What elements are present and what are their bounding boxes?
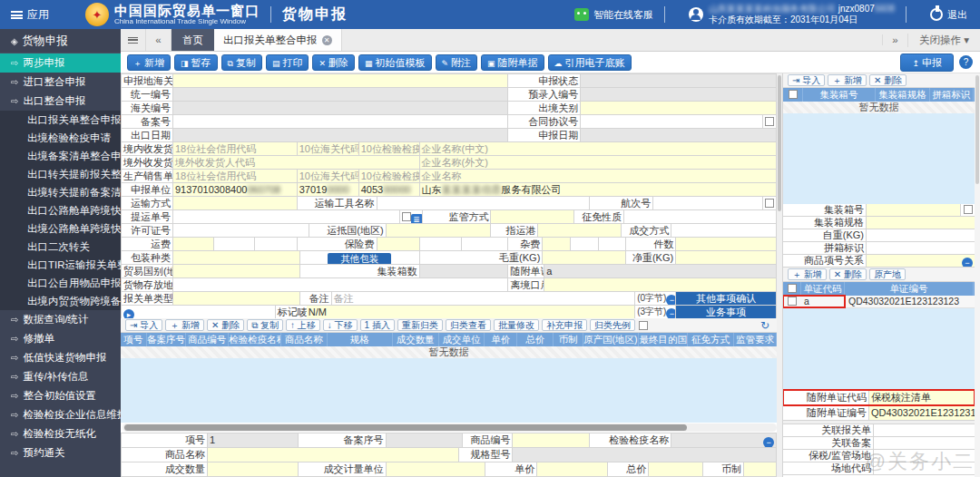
place-code-input[interactable] — [874, 462, 975, 474]
declare-button[interactable]: ↥申报 — [900, 54, 954, 72]
package-type-input[interactable] — [173, 251, 300, 265]
ciq-collapse-icon[interactable]: − — [763, 437, 774, 448]
app-menu[interactable]: 应用 — [27, 7, 49, 23]
total-price-input[interactable] — [649, 462, 703, 477]
transport-mode-input[interactable] — [173, 197, 298, 210]
related-record-input[interactable] — [874, 437, 975, 449]
declare-customs-input[interactable] — [173, 74, 508, 88]
hscroll-thumb[interactable] — [124, 424, 687, 431]
transaction-mode-input[interactable] — [671, 224, 777, 238]
item-relation-collapse-icon[interactable]: − — [962, 258, 973, 267]
vscroll-thumb[interactable] — [975, 75, 979, 184]
declare-unit-ciq-input[interactable]: 405300000 — [359, 183, 420, 197]
goods-move-down-button[interactable]: ↓ 下移 — [323, 319, 358, 331]
doc-no-cell[interactable]: QD43032021E123123123 — [845, 296, 959, 307]
logout-button[interactable]: 退出 — [947, 8, 967, 22]
container-import-button[interactable]: ⇥ 导入 — [788, 74, 825, 86]
col-header[interactable]: 最终目的国 — [639, 333, 688, 346]
goods-move-up-button[interactable]: ↑ 上移 — [286, 319, 320, 331]
col-header[interactable]: 规格 — [328, 333, 393, 346]
levy-nature-input[interactable] — [624, 210, 777, 224]
domestic-credit-input[interactable]: 18位社会信用代码 — [173, 142, 298, 156]
help-icon[interactable]: ? — [959, 55, 973, 69]
goods-insert-button[interactable]: 1 插入 — [360, 319, 395, 331]
sidebar-item-road-manifest-out[interactable]: 出口公路舱单跨境快速通关 — [0, 201, 121, 219]
goods-add-button[interactable]: ＋ 新增 — [165, 319, 204, 331]
tab-active-label[interactable]: 出口报关单整合申报 — [223, 34, 318, 47]
pieces-input[interactable] — [676, 238, 777, 251]
miscfee-rate-input[interactable] — [571, 238, 599, 251]
container-no-input[interactable] — [867, 204, 961, 216]
freight-rate-input[interactable] — [214, 238, 255, 251]
docs-table-row[interactable]: a QD43032021E123123123 — [783, 296, 975, 308]
remark-input[interactable]: 备注 — [332, 292, 636, 306]
declare-unit-customs-input[interactable]: 370190000 — [298, 183, 359, 197]
other-confirm-button[interactable]: 其他事项确认 — [676, 292, 777, 306]
scroll-tabs-right-icon[interactable]: » — [882, 34, 907, 45]
insurance-currency-input[interactable] — [462, 238, 508, 251]
vscroll-thumb[interactable] — [778, 75, 781, 211]
docs-delete-button[interactable]: ✕ 删除 — [829, 268, 867, 280]
supervision-mode-input[interactable] — [491, 210, 574, 224]
attached-docs-button[interactable]: ▣随附单据 — [481, 54, 544, 71]
goods-name-input[interactable] — [208, 448, 460, 462]
production-ciq-input[interactable]: 10位检验检疫编码 — [359, 170, 420, 183]
online-service-link[interactable]: 智能在线客服 — [593, 8, 653, 22]
goods-delete-button[interactable]: ✕ 删除 — [207, 319, 244, 331]
contract-checkbox[interactable] — [765, 117, 774, 126]
bonded-place-input[interactable] — [874, 450, 975, 462]
unit-price-input[interactable] — [537, 462, 608, 477]
tab-menu-icon[interactable] — [121, 29, 146, 51]
app-menu-icon[interactable] — [11, 11, 23, 19]
docs-select-all-checkbox[interactable] — [788, 284, 797, 293]
tab-home[interactable]: 首页 — [172, 29, 214, 51]
col-header[interactable]: 成交单位 — [439, 333, 485, 346]
delete-button[interactable]: ✕删除 — [312, 54, 355, 71]
sidebar-item-ciq-paperless[interactable]: ⇨检验检疫无纸化 — [0, 424, 121, 443]
ref-eledger-button[interactable]: ☁引用电子底账 — [548, 54, 632, 71]
goods-code-input[interactable] — [513, 433, 590, 448]
bl-doc-icon[interactable]: ≣ — [411, 214, 423, 224]
domestic-name-input[interactable]: 企业名称(中文) — [420, 142, 777, 156]
miscfee-mark-input[interactable] — [543, 238, 571, 251]
container-add-button[interactable]: ＋ 新增 — [828, 74, 867, 86]
mark-no-input[interactable]: N/M — [307, 306, 635, 319]
sidebar-item-ciq-enterprise[interactable]: ⇨检验检疫企业信息维护 — [0, 405, 121, 424]
col-header[interactable]: 原产国(地区) — [583, 333, 639, 346]
overseas-code-input[interactable]: 境外收发货人代码 — [173, 156, 420, 170]
goods-copy-button[interactable]: ⧉ 复制 — [247, 319, 283, 331]
sidebar-item-partial[interactable]: ⇨预约通关 — [0, 443, 121, 462]
net-weight-input[interactable] — [676, 251, 777, 265]
other-package-button[interactable]: 其他包装 — [328, 253, 391, 265]
domestic-ciq-input[interactable]: 10位检验检疫编码 — [359, 142, 420, 156]
attach-code-input[interactable]: 保税核注清单 — [869, 390, 975, 404]
declare-unit-credit-input[interactable]: 9137010308400060708 — [173, 183, 298, 197]
col-header[interactable]: 币制 — [554, 333, 583, 346]
record-no-input[interactable] — [173, 115, 508, 129]
bl-checkbox[interactable] — [402, 212, 411, 221]
decl-type-input[interactable] — [173, 292, 300, 306]
col-header[interactable]: 备案序号 — [147, 333, 186, 346]
related-decl-input[interactable] — [874, 424, 975, 436]
docs-origin-button[interactable]: 原产地 — [869, 268, 906, 280]
business-items-button[interactable]: 业务事项 — [676, 306, 777, 319]
docs-row-checkbox[interactable] — [788, 297, 797, 306]
arrival-country-input[interactable] — [387, 224, 492, 238]
qty-unit-input[interactable] — [387, 462, 486, 477]
container-spec-input[interactable] — [867, 217, 975, 229]
save-draft-button[interactable]: ◨暂存 — [174, 54, 218, 71]
declare-unit-name-input[interactable]: 山东某某某某信息服务有限公司 — [420, 183, 777, 197]
insurance-mark-input[interactable] — [377, 238, 420, 251]
lcl-flag-input[interactable] — [867, 242, 975, 254]
sidebar-item-export-decl[interactable]: 出口报关单整合申报 — [0, 111, 121, 129]
col-header[interactable]: 商品编号 — [186, 333, 229, 346]
goods-class-view-button[interactable]: 归类查看 — [446, 319, 491, 331]
col-header[interactable]: 单证编号 — [845, 282, 974, 296]
col-header[interactable]: 拼箱标识 — [930, 88, 974, 102]
copy-button[interactable]: ⧉复制 — [221, 54, 262, 71]
voyage-checkbox[interactable] — [765, 199, 774, 208]
attach-no-input[interactable]: QD43032021E123123123 — [869, 405, 975, 420]
goods-import-button[interactable]: ⇥ 导入 — [125, 319, 162, 331]
container-delete-button[interactable]: ✕ 删除 — [869, 74, 906, 86]
col-header[interactable]: 单价 — [485, 333, 517, 346]
